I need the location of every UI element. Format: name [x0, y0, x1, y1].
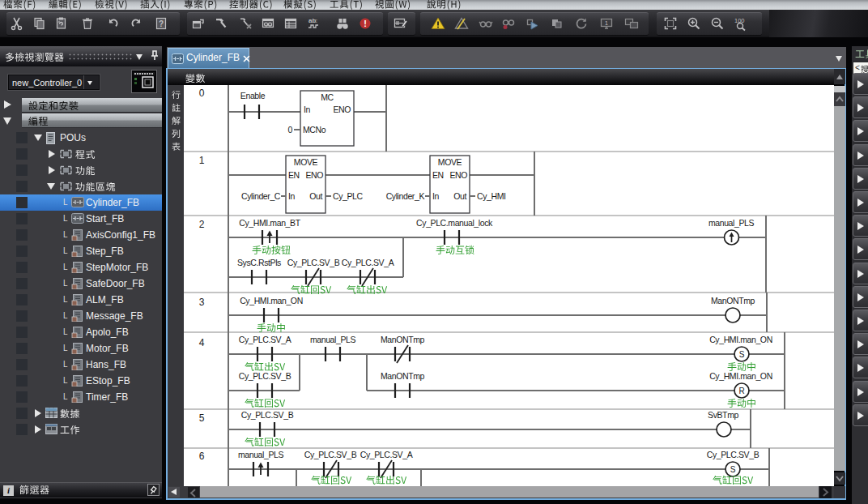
svg-text:Cy_PLC.SV_B: Cy_PLC.SV_B: [287, 258, 340, 267]
svg-text:SvBTmp: SvBTmp: [708, 410, 738, 420]
svg-text:Out: Out: [309, 191, 322, 201]
svg-text:ENO: ENO: [449, 170, 467, 180]
svg-text:2: 2: [199, 219, 205, 230]
svg-text:MC: MC: [321, 92, 334, 102]
svg-text:Cy_PLC.SV_B: Cy_PLC.SV_B: [239, 371, 291, 381]
svg-text:Enable: Enable: [240, 91, 266, 100]
svg-text:Cy_HMI.man_ON: Cy_HMI.man_ON: [709, 335, 772, 344]
svg-text:manual_PLS: manual_PLS: [708, 218, 755, 228]
svg-text:S: S: [730, 465, 736, 474]
svg-text:R: R: [738, 387, 744, 395]
svg-text:Cy_PLC.SV_A: Cy_PLC.SV_A: [239, 335, 291, 344]
svg-text:4: 4: [199, 337, 205, 348]
svg-text:Cy_HMI.man_BT: Cy_HMI.man_BT: [239, 218, 300, 228]
svg-text:S: S: [739, 350, 745, 359]
svg-text:5: 5: [199, 412, 205, 424]
svg-text:Out: Out: [453, 191, 466, 201]
svg-text:Cy_PLC.SV_B: Cy_PLC.SV_B: [304, 450, 357, 459]
svg-text:ENO: ENO: [333, 105, 351, 114]
svg-text:Cy_PLC.SV_A: Cy_PLC.SV_A: [360, 450, 413, 459]
svg-text:Cy_HMI.man_ON: Cy_HMI.man_ON: [240, 296, 303, 305]
svg-text:?: ?: [159, 19, 164, 28]
svg-text:Cy_HMI.man_ON: Cy_HMI.man_ON: [709, 371, 772, 381]
svg-text:1: 1: [605, 20, 608, 26]
svg-text:manual_PLS: manual_PLS: [310, 335, 356, 344]
svg-text:EN: EN: [432, 170, 444, 180]
svg-text:EN: EN: [288, 170, 300, 180]
svg-text:0: 0: [199, 88, 205, 99]
svg-text:ManONTmp: ManONTmp: [381, 335, 425, 344]
svg-text:0: 0: [288, 125, 293, 135]
svg-text:MOVE: MOVE: [438, 157, 462, 167]
svg-text:In: In: [304, 105, 311, 114]
svg-text:Cy_PLC.SV_B: Cy_PLC.SV_B: [241, 410, 294, 420]
svg-text:Cy_PLC.SV_A: Cy_PLC.SV_A: [342, 258, 394, 267]
svg-text:In: In: [288, 191, 296, 201]
svg-text:Cy_PLC.manual_lock: Cy_PLC.manual_lock: [416, 218, 493, 228]
svg-text:Cy_PLC: Cy_PLC: [333, 191, 364, 201]
svg-text:!: !: [364, 19, 367, 28]
svg-text:manual_PLS: manual_PLS: [238, 450, 284, 459]
svg-text:Cy_PLC.SV_B: Cy_PLC.SV_B: [707, 450, 760, 459]
svg-text:MCNo: MCNo: [303, 125, 326, 135]
svg-text:6: 6: [199, 451, 205, 462]
svg-text:Cylinder_C: Cylinder_C: [241, 191, 281, 201]
svg-text:3: 3: [199, 297, 205, 308]
svg-text:c: c: [314, 17, 317, 24]
svg-text:SysC.RstPls: SysC.RstPls: [237, 258, 281, 267]
svg-text:In: In: [432, 191, 440, 201]
svg-text:ENO: ENO: [305, 170, 323, 180]
svg-text:Cylinder_K: Cylinder_K: [386, 191, 425, 201]
svg-text:1: 1: [199, 155, 205, 166]
svg-text:ManONTmp: ManONTmp: [711, 296, 755, 305]
svg-text:Cy_HMI: Cy_HMI: [477, 191, 506, 201]
svg-text:ManONTmp: ManONTmp: [381, 371, 425, 381]
svg-text:MOVE: MOVE: [294, 157, 318, 167]
